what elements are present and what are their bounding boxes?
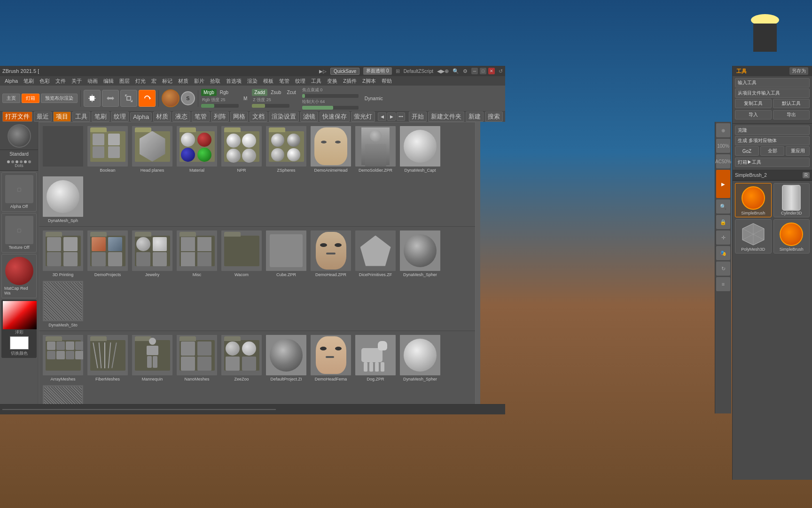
menu-light[interactable]: 灯光 <box>133 77 148 85</box>
color-swatch[interactable] <box>10 336 29 349</box>
minimize-button[interactable]: ─ <box>471 68 478 74</box>
menu-template[interactable]: 模板 <box>261 77 276 85</box>
wacom-folder[interactable]: Wacom <box>220 229 263 278</box>
menu-color[interactable]: 色彩 <box>37 77 52 85</box>
default-tool-button[interactable]: 默认工具 <box>773 99 810 108</box>
texture-button[interactable]: 纹理 <box>111 111 129 122</box>
filter-button[interactable]: 滤镜 <box>300 111 318 122</box>
nav-dots[interactable]: ••• <box>397 112 405 121</box>
scale-mode-button[interactable] <box>120 90 137 107</box>
rgb-button[interactable]: Rgb <box>218 89 231 96</box>
simple-brush2-tool[interactable]: SimpleBrush <box>773 219 810 254</box>
copy-tool-button[interactable]: 复制工具 <box>735 99 772 108</box>
z-slider[interactable] <box>252 104 289 108</box>
array-meshes-folder[interactable]: ArrayMeshes <box>41 333 85 382</box>
dynamesh-spher-3[interactable]: DynaMesh_Spher <box>398 333 442 382</box>
dynamesh-capt[interactable]: DynaMesh_Capt <box>398 125 442 174</box>
menu-brush[interactable]: 笔刷 <box>21 77 36 85</box>
zsub-button[interactable]: Zsub <box>268 89 283 96</box>
polymesh3d-tool[interactable]: PolyMesh3D <box>735 219 772 254</box>
sidebar-icon-3[interactable]: AC50% <box>716 154 730 168</box>
menu-material[interactable]: 材质 <box>176 77 191 85</box>
recent-button[interactable]: 最近 <box>34 111 52 122</box>
sidebar-icon-puppet[interactable]: 🎭 <box>716 246 730 260</box>
menu-texture[interactable]: 纹理 <box>293 77 308 85</box>
new-folder-button[interactable]: 新建文件夹 <box>428 111 464 122</box>
rgb-slider[interactable] <box>201 104 239 108</box>
sidebar-icon-2[interactable]: 100% <box>716 139 730 153</box>
quicksave-button[interactable]: QuickSave <box>330 68 359 75</box>
zspheres-item[interactable]: ZSpheres <box>265 125 308 174</box>
menu-layers[interactable]: 图层 <box>117 77 132 85</box>
matcap-button[interactable]: MatCap Red Wa <box>1 254 37 298</box>
tab-lightbox[interactable]: 灯箱 <box>22 94 39 103</box>
demo-projects-folder[interactable]: DemoProjects <box>86 229 129 278</box>
alpha-button[interactable]: Alpha <box>130 112 152 121</box>
rotate-mode-button[interactable] <box>139 90 156 107</box>
zcut-button[interactable]: Zcut <box>284 89 298 96</box>
brush-button[interactable]: 笔刷 <box>92 111 109 122</box>
demo-head-zpr[interactable]: DemoHead.ZPR <box>309 229 352 278</box>
fiber-meshes-folder[interactable]: FiberMeshes <box>86 333 129 382</box>
menu-about[interactable]: 关于 <box>69 77 84 85</box>
alpha-off-button[interactable]: ▢ Alpha Off <box>1 172 37 212</box>
pen-button[interactable]: 笔管 <box>192 111 210 122</box>
close-button[interactable]: ✕ <box>488 68 495 74</box>
misc-folder[interactable]: Misc <box>175 229 219 278</box>
export-button[interactable]: 导出 <box>773 110 810 119</box>
start-button[interactable]: 开始 <box>409 111 427 122</box>
import-button[interactable]: 导入 <box>735 110 772 119</box>
dynamic-button[interactable]: Dynamic <box>362 95 385 102</box>
sidebar-icon-lock[interactable]: 🔒 <box>716 215 730 229</box>
tab-preview-boolean[interactable]: 预览布尔渲染 <box>41 94 78 103</box>
scale-slider[interactable] <box>302 106 359 110</box>
liquid-button[interactable]: 液态 <box>172 111 190 122</box>
npr-folder[interactable]: NPR <box>220 125 263 174</box>
r-key-badge[interactable]: R <box>803 172 810 178</box>
move-mode-button[interactable] <box>102 90 119 107</box>
demo-soldier[interactable]: DemoSoldier.ZPR <box>354 125 397 174</box>
m-button[interactable]: M <box>241 95 250 102</box>
menu-animation[interactable]: 动画 <box>85 77 100 85</box>
boolean-folder[interactable]: Boolean <box>86 125 129 174</box>
menu-zplugin[interactable]: Z插件 <box>341 77 359 85</box>
3d-printing-folder[interactable]: 3D Printing <box>41 229 85 278</box>
head-planes-folder[interactable]: Head planes <box>131 125 174 174</box>
mrgb-button[interactable]: Mrgb <box>201 89 217 96</box>
quicksave2-button[interactable]: 快速保存 <box>320 111 350 122</box>
simple-brush-tool[interactable]: SimpleBrush <box>735 183 772 217</box>
sidebar-icon-center[interactable]: ✛ <box>716 230 730 245</box>
zeezoo-folder[interactable]: ZeeZoo <box>220 333 263 382</box>
demo-anime-head[interactable]: DemoAnimeHead <box>309 125 352 174</box>
new-button[interactable]: 新建 <box>466 111 484 122</box>
color-gradient[interactable] <box>3 301 37 329</box>
cylinder3d-tool[interactable]: Cylinder3D <box>773 183 810 217</box>
menu-marker[interactable]: 标记 <box>160 77 175 85</box>
stroke-button[interactable]: S <box>181 91 195 105</box>
sidebar-icon-rotate[interactable]: ↻ <box>716 262 730 276</box>
menu-preferences[interactable]: 首选项 <box>224 77 244 85</box>
clone-button[interactable]: 克隆 <box>735 126 810 135</box>
nav-right[interactable]: ▶ <box>387 112 396 121</box>
render-settings-button[interactable]: 渲染设置 <box>269 111 299 122</box>
brush-preview-button[interactable] <box>162 89 180 107</box>
dog-zpr[interactable]: Dog.ZPR <box>354 333 397 382</box>
goz-button[interactable]: GoZ <box>735 146 759 156</box>
material-button[interactable]: 材质 <box>153 111 171 122</box>
sidebar-icon-search[interactable]: 🔍 <box>716 199 730 214</box>
menu-alpha[interactable]: Alpha <box>2 78 20 84</box>
menu-macro[interactable]: 宏 <box>149 77 159 85</box>
default-project[interactable]: DefaultProject.ZI <box>265 333 308 382</box>
tab-home[interactable]: 主页 <box>2 94 20 103</box>
cube-zpr[interactable]: Cube.ZPR <box>265 229 308 278</box>
other-as-button[interactable]: 另存为 <box>789 67 808 75</box>
from-project-button[interactable]: 从项目文件输入工具 <box>735 88 810 98</box>
project-button[interactable]: 项目 <box>53 111 71 122</box>
search-button[interactable]: 搜索 <box>485 111 503 122</box>
menu-file[interactable]: 文件 <box>53 77 68 85</box>
generate-button[interactable]: 生成 多项对应物体 <box>735 136 810 145</box>
menu-help[interactable]: 帮助 <box>379 77 394 85</box>
menu-transform[interactable]: 变换 <box>325 77 340 85</box>
sidebar-icon-orange[interactable]: ▶ <box>716 170 730 198</box>
blank-item[interactable] <box>41 125 85 174</box>
